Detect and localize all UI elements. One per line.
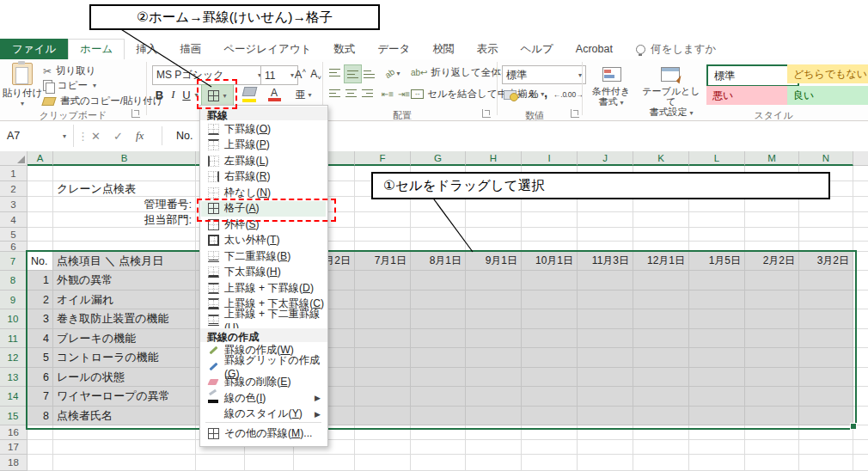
increase-indent-button[interactable]: ⇥≡ xyxy=(397,86,411,101)
format-painter-button[interactable]: 書式のコピー/貼り付け xyxy=(43,95,163,107)
cell[interactable] xyxy=(245,455,294,471)
accounting-format-button[interactable]: ▾ xyxy=(502,86,524,103)
cell[interactable] xyxy=(745,407,799,425)
cancel-icon[interactable]: ✕ xyxy=(91,125,101,147)
cell[interactable] xyxy=(578,455,633,471)
cell[interactable] xyxy=(522,425,578,440)
shrink-font-button[interactable]: A˅ xyxy=(309,65,323,83)
cell[interactable] xyxy=(466,440,522,455)
tab-データ[interactable]: データ xyxy=(366,39,421,59)
cell[interactable] xyxy=(522,242,578,252)
cell[interactable] xyxy=(355,309,411,329)
cell[interactable] xyxy=(466,329,522,348)
cell[interactable] xyxy=(853,387,868,407)
bold-button[interactable]: B xyxy=(153,86,166,103)
conditional-formatting-label[interactable]: 条件付き 書式 ▾ xyxy=(583,86,639,108)
column-header-I[interactable]: I xyxy=(522,151,578,166)
cell-A8[interactable]: 1 xyxy=(28,271,53,291)
copy-button[interactable]: コピー ▾ xyxy=(43,79,96,92)
name-box[interactable]: A7 ▾ xyxy=(0,125,74,147)
cell[interactable] xyxy=(799,271,853,291)
cell[interactable] xyxy=(853,197,868,212)
cell[interactable] xyxy=(689,228,745,242)
cell[interactable] xyxy=(853,252,868,271)
menu-item-border-outer[interactable]: 外枠(S) xyxy=(201,217,326,233)
italic-button[interactable]: I xyxy=(168,86,179,103)
cell[interactable] xyxy=(853,348,868,368)
cell[interactable] xyxy=(411,329,466,348)
cell[interactable] xyxy=(853,242,868,252)
menu-item-border-thick-outer[interactable]: 太い外枠(T) xyxy=(201,233,326,249)
cell[interactable] xyxy=(466,455,522,471)
cell[interactable] xyxy=(745,440,799,455)
align-bottom-button[interactable] xyxy=(362,65,376,81)
format-as-table-label[interactable]: テーブルとして 書式設定 ▾ xyxy=(639,86,703,119)
cell[interactable] xyxy=(578,368,633,387)
menu-item-border-top-bottom[interactable]: 上罫線 + 下罫線(D) xyxy=(201,280,326,297)
cell[interactable] xyxy=(853,271,868,291)
cell[interactable] xyxy=(411,228,466,242)
cell-style-bad[interactable]: 悪い xyxy=(706,86,796,105)
cell[interactable] xyxy=(853,309,868,329)
cell[interactable] xyxy=(689,291,745,309)
insert-function-icon[interactable]: fx xyxy=(136,125,144,147)
cell[interactable] xyxy=(578,387,633,407)
cell[interactable] xyxy=(689,271,745,291)
cell-style-normal[interactable]: 標準 xyxy=(706,64,799,87)
tab-挿入[interactable]: 挿入 xyxy=(125,39,168,59)
cell-A14[interactable]: 7 xyxy=(28,387,53,407)
cell-F7[interactable]: 7月1日 xyxy=(355,252,411,271)
font-color-button[interactable]: A xyxy=(263,84,285,105)
cell[interactable] xyxy=(853,440,868,455)
column-header-K[interactable]: K xyxy=(633,151,689,166)
cut-button[interactable]: ✂ 切り取り xyxy=(43,64,96,77)
cell[interactable] xyxy=(633,368,689,387)
column-header-partial[interactable] xyxy=(853,151,868,166)
tab-描画[interactable]: 描画 xyxy=(168,39,212,59)
cell-G7[interactable]: 8月1日 xyxy=(411,252,466,271)
menu-item-border-bottom[interactable]: 下罫線(O) xyxy=(201,121,326,138)
cell[interactable] xyxy=(689,425,745,440)
cell[interactable] xyxy=(745,212,799,228)
cell[interactable] xyxy=(466,407,522,425)
menu-item-border-thick-bottom[interactable]: 下太罫線(H) xyxy=(201,265,326,281)
cell-style-neutral[interactable]: どちらでもない xyxy=(787,64,868,83)
alignment-dialog-launcher[interactable] xyxy=(482,109,491,118)
cell[interactable] xyxy=(853,368,868,387)
decrease-indent-button[interactable]: ⇤≡ xyxy=(381,86,394,101)
cell[interactable] xyxy=(53,166,196,181)
cell[interactable] xyxy=(633,329,689,348)
cell[interactable] xyxy=(689,407,745,425)
column-header-G[interactable]: G xyxy=(411,151,466,166)
cell-B4[interactable]: 担当部門: xyxy=(53,212,196,228)
tab-Acrobat[interactable]: Acrobat xyxy=(565,39,624,59)
cell[interactable] xyxy=(853,329,868,348)
cell[interactable] xyxy=(355,329,411,348)
cell-B10[interactable]: 巻き取防止装置の機能 xyxy=(53,309,196,329)
cell[interactable] xyxy=(578,228,633,242)
cell[interactable] xyxy=(466,348,522,368)
cell-A12[interactable]: 5 xyxy=(28,348,53,368)
cell[interactable] xyxy=(411,455,466,471)
cell[interactable] xyxy=(196,455,245,471)
cell[interactable] xyxy=(633,309,689,329)
cell[interactable] xyxy=(689,242,745,252)
cell-A11[interactable]: 4 xyxy=(28,329,53,348)
enter-icon[interactable]: ✓ xyxy=(113,125,123,147)
column-header-H[interactable]: H xyxy=(466,151,522,166)
cell[interactable] xyxy=(28,181,53,197)
cell[interactable] xyxy=(689,387,745,407)
cell[interactable] xyxy=(411,348,466,368)
column-header-J[interactable]: J xyxy=(578,151,633,166)
cell[interactable] xyxy=(28,197,53,212)
clipboard-dialog-launcher[interactable] xyxy=(131,109,140,118)
row-header-5[interactable]: 5 xyxy=(0,228,28,242)
cell-B15[interactable]: 点検者氏名 xyxy=(53,407,196,425)
cell-B9[interactable]: オイル漏れ xyxy=(53,291,196,309)
percent-style-button[interactable]: % xyxy=(527,86,541,103)
cell[interactable] xyxy=(578,291,633,309)
tab-file[interactable]: ファイル xyxy=(0,39,68,59)
cell[interactable] xyxy=(411,242,466,252)
column-header-M[interactable]: M xyxy=(745,151,799,166)
menu-item-border-none[interactable]: 枠なし(N) xyxy=(201,185,326,201)
